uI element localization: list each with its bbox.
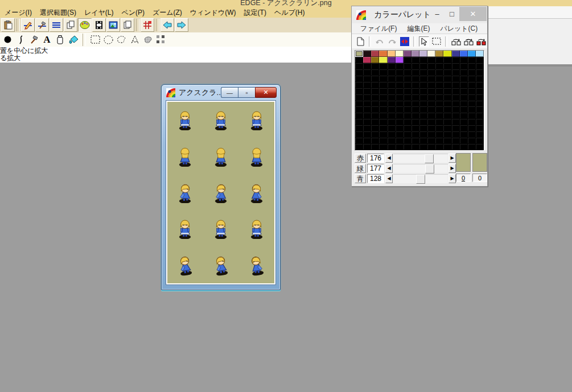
sprite-canvas[interactable] (167, 102, 274, 283)
palette-cell-189[interactable] (460, 119, 468, 125)
palette-cell-214[interactable] (404, 131, 411, 138)
palette-cell-48[interactable] (355, 69, 363, 76)
palette-cell-219[interactable] (443, 131, 451, 138)
palette-cell-70[interactable] (404, 76, 411, 82)
palette-cell-159[interactable] (476, 106, 484, 113)
palette-cell-33[interactable] (363, 63, 371, 69)
palette-cell-132[interactable] (388, 101, 396, 107)
palette-cell-83[interactable] (379, 82, 387, 88)
palette-cell-130[interactable] (371, 101, 379, 107)
palette-cell-14[interactable] (468, 51, 476, 57)
palette-cell-230[interactable] (404, 138, 411, 144)
palette-cell-247[interactable] (411, 144, 419, 150)
palette-cell-235[interactable] (443, 138, 451, 144)
palette-cell-227[interactable] (379, 138, 387, 144)
palette-cell-192[interactable] (355, 125, 363, 131)
palette-cell-25[interactable] (427, 57, 435, 63)
palette-cell-184[interactable] (419, 119, 427, 125)
palette-cell-164[interactable] (388, 113, 396, 119)
blue-slider-thumb[interactable] (416, 175, 425, 184)
palette-cell-138[interactable] (435, 101, 443, 107)
green-slider-track[interactable] (393, 164, 448, 173)
palette-cell-66[interactable] (371, 76, 379, 82)
palette-cell-175[interactable] (476, 113, 484, 119)
palette-cell-82[interactable] (371, 82, 379, 88)
palette-cell-252[interactable] (452, 144, 460, 150)
palette-cell-156[interactable] (452, 106, 460, 113)
palette-cell-144[interactable] (355, 106, 363, 113)
palette-cell-243[interactable] (379, 144, 387, 150)
palette-cell-237[interactable] (460, 138, 468, 144)
palette-cell-5[interactable] (396, 51, 404, 57)
palette-cell-163[interactable] (379, 113, 387, 119)
palette-cell-44[interactable] (452, 63, 460, 69)
palette-cell-76[interactable] (452, 76, 460, 82)
palette-cell-253[interactable] (460, 144, 468, 150)
palette-cell-161[interactable] (363, 113, 371, 119)
green-slider-thumb[interactable] (425, 164, 434, 174)
palette-cell-205[interactable] (460, 125, 468, 131)
palette-cell-188[interactable] (452, 119, 460, 125)
palette-cell-209[interactable] (363, 131, 371, 138)
palette-cell-191[interactable] (476, 119, 484, 125)
palette-cell-215[interactable] (411, 131, 419, 138)
palette-cell-178[interactable] (371, 119, 379, 125)
cursor-button[interactable] (419, 36, 429, 47)
palette-cell-202[interactable] (435, 125, 443, 131)
palette-cell-55[interactable] (411, 69, 419, 76)
palette-cell-255[interactable] (476, 144, 484, 150)
sprite-window-titlebar[interactable]: アクスクラ... (166, 88, 223, 98)
palette-cell-78[interactable] (468, 76, 476, 82)
red-increment-button[interactable]: ▶ (448, 154, 456, 163)
palette-cell-180[interactable] (388, 119, 396, 125)
palette-cell-84[interactable] (388, 82, 396, 88)
palette-cell-61[interactable] (460, 69, 468, 76)
copy-pages-button[interactable] (64, 18, 77, 32)
menu-item-1[interactable]: 選択範囲(S) (36, 7, 80, 18)
palette-cell-26[interactable] (435, 57, 443, 63)
palette-cell-147[interactable] (379, 106, 387, 113)
palette-cell-154[interactable] (435, 106, 443, 113)
palette-cell-86[interactable] (404, 82, 411, 88)
palette-cell-41[interactable] (427, 63, 435, 69)
palette-cell-146[interactable] (371, 106, 379, 113)
close-button[interactable]: ✕ (255, 87, 277, 98)
eraser-tool[interactable] (55, 35, 65, 44)
dither-screen-button[interactable] (50, 18, 63, 32)
palette-cell-170[interactable] (435, 113, 443, 119)
menu-item-6[interactable]: 設定(T) (240, 7, 270, 18)
palette-cell-117[interactable] (396, 94, 404, 101)
palette-cell-222[interactable] (468, 131, 476, 138)
menu-item-3[interactable]: ペン(P) (117, 7, 149, 18)
copy-palette-fill-button[interactable] (476, 36, 486, 47)
palette-cell-148[interactable] (388, 106, 396, 113)
palette-cell-171[interactable] (443, 113, 451, 119)
palette-cell-118[interactable] (404, 94, 411, 101)
palette-cell-113[interactable] (363, 94, 371, 101)
palette-cell-213[interactable] (396, 131, 404, 138)
palette-cell-246[interactable] (404, 144, 411, 150)
palette-cell-145[interactable] (363, 106, 371, 113)
palette-cell-28[interactable] (452, 57, 460, 63)
palette-cell-12[interactable] (452, 51, 460, 57)
palette-cell-207[interactable] (476, 125, 484, 131)
palette-cell-127[interactable] (476, 94, 484, 101)
palette-cell-158[interactable] (468, 106, 476, 113)
palette-cell-162[interactable] (371, 113, 379, 119)
palette-cell-153[interactable] (427, 106, 435, 113)
palette-cell-105[interactable] (427, 88, 435, 94)
palette-cell-248[interactable] (419, 144, 427, 150)
palette-cell-52[interactable] (388, 69, 396, 76)
copy-palette-multi-button[interactable] (463, 36, 474, 47)
palette-cell-65[interactable] (363, 76, 371, 82)
palette-cell-17[interactable] (363, 57, 371, 63)
palette-cell-155[interactable] (443, 106, 451, 113)
palette-cell-169[interactable] (427, 113, 435, 119)
palette-cell-107[interactable] (443, 88, 451, 94)
palette-cell-104[interactable] (419, 88, 427, 94)
dot-pen-tool[interactable] (3, 35, 13, 44)
palette-cell-112[interactable] (355, 94, 363, 101)
palette-cell-120[interactable] (419, 94, 427, 101)
palette-menu-item-1[interactable]: 編集(E) (402, 24, 435, 34)
grid-button[interactable] (141, 18, 154, 32)
